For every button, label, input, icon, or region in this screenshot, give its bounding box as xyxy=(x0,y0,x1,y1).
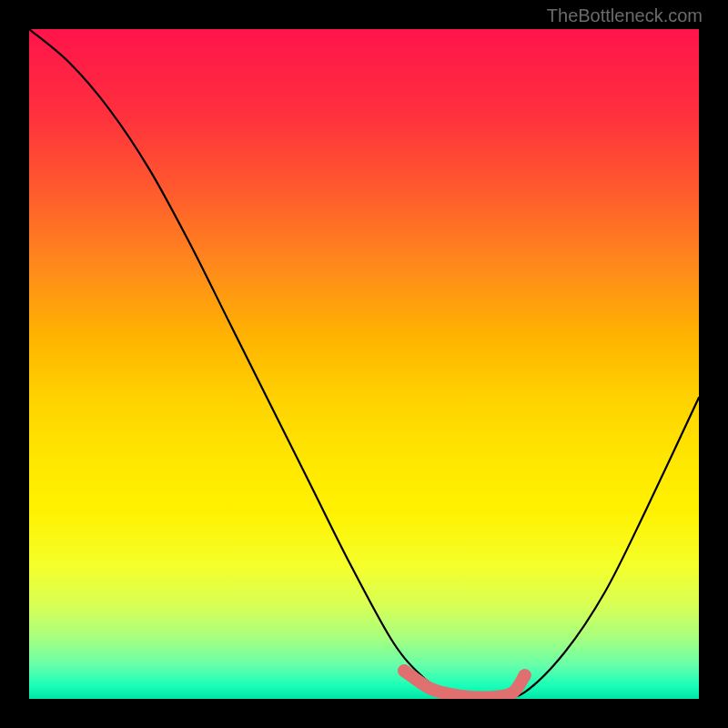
bottleneck-chart xyxy=(29,29,699,699)
optimal-range-highlight xyxy=(404,671,524,698)
chart-plot-area xyxy=(29,29,699,699)
highlight-start-dot xyxy=(398,664,410,677)
attribution-text: TheBottleneck.com xyxy=(547,5,703,26)
bottleneck-curve-path xyxy=(29,29,699,699)
highlight-end-dot xyxy=(519,669,531,682)
